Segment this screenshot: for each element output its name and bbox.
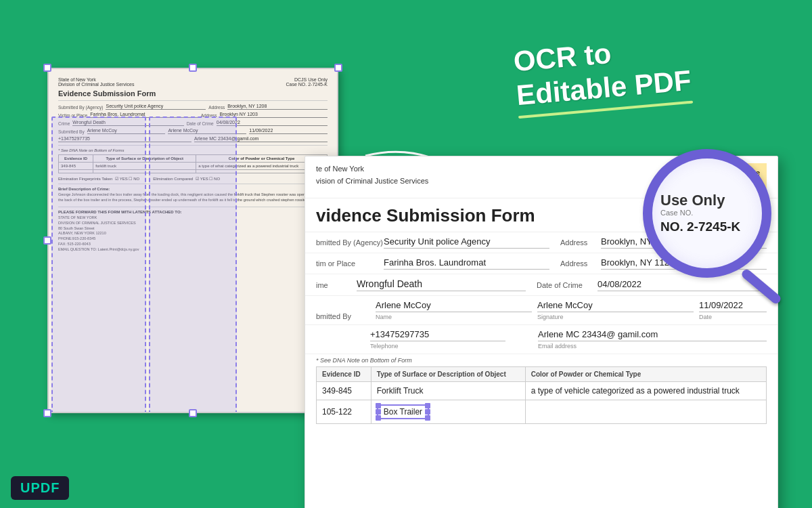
evidence-surface-2[interactable]: Box Trailer	[371, 400, 525, 424]
sf-division: Division of Criminal Justice Services	[58, 82, 134, 87]
pdf-email-label: Email address	[538, 343, 767, 350]
evidence-header-row: Evidence ID Type of Surface or Descripti…	[317, 367, 767, 382]
pdf-submitted-label: bmitted By (Agency)	[316, 238, 384, 247]
evidence-id-1[interactable]: 349-845	[317, 382, 371, 400]
box-trailer-selected[interactable]: Box Trailer	[377, 404, 429, 419]
sf-submitted-label: Submitted By (Agency)	[58, 105, 103, 110]
pdf-state: te of New York	[316, 163, 428, 175]
updf-logo[interactable]: UPDF	[11, 476, 69, 500]
evidence-id-2[interactable]: 105-122	[317, 400, 371, 424]
pdf-crime-value[interactable]: Wrongful Death	[357, 278, 526, 291]
pdf-contact-row: +13475297735 Telephone Arlene MC 23434@ …	[305, 325, 777, 354]
sf-sub-date: 11/09/2022	[249, 128, 328, 134]
sf-addr1-label: Address	[208, 105, 225, 110]
mag-case-label: Case NO.	[660, 209, 693, 217]
evidence-color-2[interactable]	[525, 400, 766, 424]
evidence-col-surface: Type of Surface or Description of Object	[371, 367, 525, 382]
evidence-surface-1[interactable]: Forklift Truck	[371, 382, 525, 400]
pdf-evidence-table: Evidence ID Type of Surface or Descripti…	[316, 366, 767, 424]
pdf-sub-label: bmitted By	[316, 312, 370, 320]
evidence-col-id: Evidence ID	[317, 367, 371, 382]
pdf-addr1-label: Address	[560, 238, 601, 247]
mag-use-only: Use Only	[660, 192, 725, 209]
pdf-submitted-value[interactable]: Security Unit police Agency	[384, 236, 549, 249]
pdf-submit-row: bmitted By Arlene McCoy Name Arlene McCo…	[305, 296, 777, 325]
pdf-addr2-label: Address	[560, 259, 601, 268]
sf-addr1-value: Brooklyn, NY 1208	[227, 104, 328, 110]
pdf-sub-name[interactable]: Arlene McCoy	[376, 300, 532, 312]
magnifier-circle: Use Only Case NO. NO. 2-7245-K	[643, 149, 771, 278]
pdf-name-label: Name	[376, 314, 532, 320]
box-trailer-text: Box Trailer	[384, 407, 422, 417]
pdf-dna-note: * See DNA Note on Bottom of Form	[305, 354, 777, 366]
evidence-color-1[interactable]: a type of vehicle categorized as a power…	[525, 382, 766, 400]
pdf-date-label: Date	[699, 314, 767, 320]
col-highlight-2	[149, 117, 237, 413]
pdf-doc-label: Date of Crime	[537, 281, 597, 289]
evidence-row-1: 349-845 Forklift Truck a type of vehicle…	[317, 382, 767, 400]
pdf-email[interactable]: Arlene MC 23434@ gamil.com	[538, 329, 767, 341]
scan-form: State of New York Division of Criminal J…	[47, 68, 338, 413]
evidence-col-color: Color of Powder or Chemical Type	[525, 367, 766, 382]
col-highlight-1	[51, 117, 146, 413]
pdf-telephone[interactable]: +13475297735	[370, 329, 505, 341]
pdf-telephone-label: Telephone	[370, 343, 505, 350]
sf-state: State of New York	[58, 77, 134, 82]
pdf-sub-date[interactable]: 11/09/2022	[699, 300, 767, 312]
pdf-sub-sig[interactable]: Arlene McCoy	[537, 300, 694, 312]
sf-case-no: Case NO. 2-7245-K	[286, 82, 328, 87]
pdf-division: vision of Criminal Justice Services	[316, 175, 428, 188]
sf-dcjs-label: DCJS Use Only	[286, 77, 328, 82]
ocr-label: OCR to Editable PDF	[512, 30, 694, 119]
pdf-sig-label: Signature	[537, 314, 694, 320]
sf-title: Evidence Submission Form	[58, 89, 328, 98]
mag-case-value: NO. 2-7245-K	[660, 219, 740, 235]
evidence-row-2: 105-122 Box Trailer	[317, 400, 767, 424]
magnifier: Use Only Case NO. NO. 2-7245-K	[643, 149, 792, 298]
pdf-victim-value[interactable]: Farinha Bros. Laundromat	[384, 257, 549, 270]
pdf-crime-label: ime	[316, 281, 357, 289]
pdf-victim-label: tim or Place	[316, 259, 384, 268]
sf-submitted-value: Security Unit police Agency	[106, 104, 206, 110]
